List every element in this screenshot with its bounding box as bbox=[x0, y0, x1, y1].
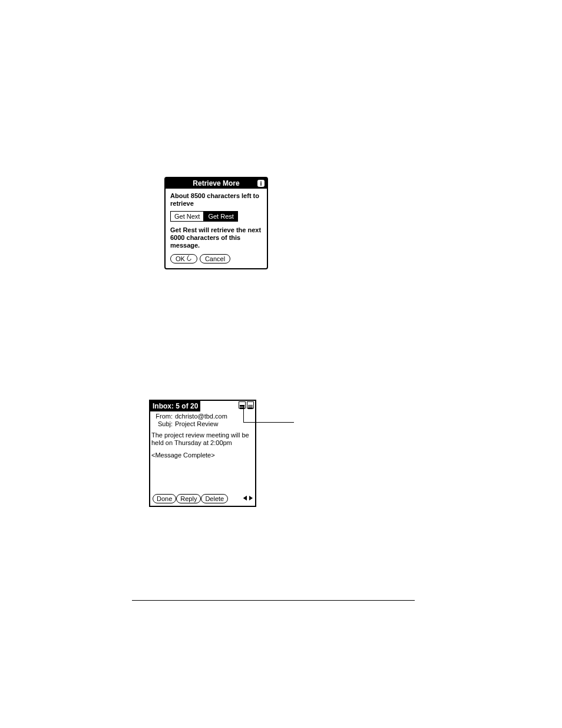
dialog-titlebar: Retrieve More i bbox=[166, 178, 267, 189]
reply-button[interactable]: Reply bbox=[176, 494, 201, 503]
svg-marker-11 bbox=[249, 496, 253, 500]
enter-icon bbox=[186, 255, 192, 262]
svg-text:i: i bbox=[260, 180, 262, 187]
done-button[interactable]: Done bbox=[153, 494, 176, 503]
cancel-button[interactable]: Cancel bbox=[200, 254, 230, 263]
subj-label: Subj: bbox=[151, 420, 173, 428]
get-next-button[interactable]: Get Next bbox=[170, 211, 204, 222]
from-label: From: bbox=[151, 413, 173, 420]
from-value: dchristo@tbd.com bbox=[175, 413, 227, 420]
page-rule bbox=[132, 600, 415, 601]
dialog-title: Retrieve More bbox=[193, 179, 239, 187]
message-titlebar: Inbox: 5 of 20 bbox=[150, 401, 255, 411]
ok-button[interactable]: OK bbox=[170, 254, 197, 263]
callout-line bbox=[243, 406, 294, 423]
message-screen: Inbox: 5 of 20 From: dchristo@tbd.com Su… bbox=[149, 400, 256, 507]
inbox-title: Inbox: 5 of 20 bbox=[150, 401, 200, 411]
get-rest-button[interactable]: Get Rest bbox=[204, 211, 237, 222]
chars-left-text: About 8500 characters left to retrieve bbox=[170, 192, 262, 207]
message-body: The project review meeting will be held … bbox=[151, 431, 254, 447]
retrieve-more-dialog: Retrieve More i About 8500 characters le… bbox=[164, 177, 268, 269]
message-complete: <Message Complete> bbox=[151, 452, 254, 459]
delete-button[interactable]: Delete bbox=[201, 494, 228, 503]
hint-text: Get Rest will retrieve the next 6000 cha… bbox=[170, 226, 262, 249]
subj-row: Subj: Project Review bbox=[151, 420, 254, 428]
from-row: From: dchristo@tbd.com bbox=[151, 413, 254, 420]
ok-label: OK bbox=[176, 255, 185, 262]
svg-marker-10 bbox=[243, 496, 247, 500]
subj-value: Project Review bbox=[175, 420, 218, 428]
get-segment: Get Next Get Rest bbox=[170, 211, 262, 222]
prev-next-icon[interactable] bbox=[243, 495, 253, 503]
info-icon[interactable]: i bbox=[257, 179, 265, 187]
